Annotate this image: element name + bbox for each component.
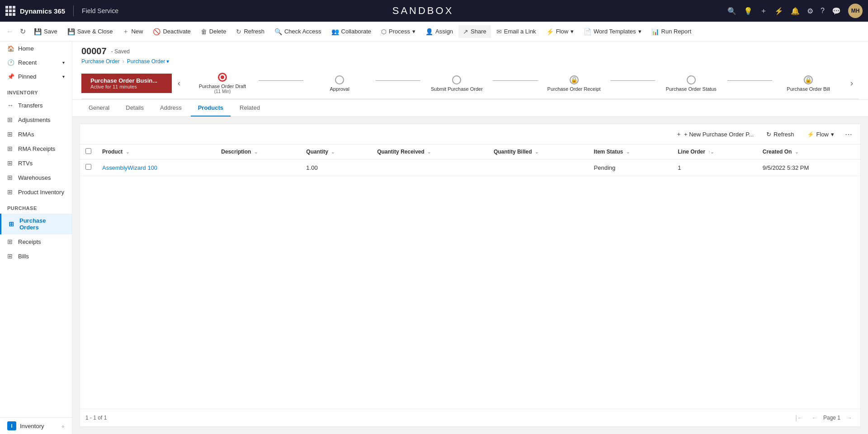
stage-submit[interactable]: Submit Purchase Order xyxy=(420,68,493,98)
product-cell: AssemblyWizard 100 xyxy=(97,159,216,176)
active-stage-box[interactable]: Purchase Order Busin... Active for 11 mi… xyxy=(81,74,172,93)
grid-flow-button[interactable]: ⚡ Flow ▾ xyxy=(802,129,839,140)
email-link-button[interactable]: ✉ Email a Link xyxy=(492,25,541,38)
app-grid-menu[interactable] xyxy=(5,6,15,16)
stage-draft[interactable]: Purchase Order Draft (11 Min) xyxy=(186,68,259,98)
sidebar-item-recent[interactable]: 🕐 Recent ▾ xyxy=(0,56,72,70)
deactivate-button[interactable]: 🚫 Deactivate xyxy=(148,25,195,38)
line-order-cell: 1 xyxy=(672,159,757,176)
stage-label-submit: Submit Purchase Order xyxy=(431,86,483,92)
breadcrumb-link-1[interactable]: Purchase Order xyxy=(81,58,120,65)
tab-general[interactable]: General xyxy=(81,100,117,117)
plus-icon[interactable]: ＋ xyxy=(760,6,767,16)
sidebar-item-rtvs[interactable]: ⊞ RTVs xyxy=(0,156,72,170)
recent-chevron: ▾ xyxy=(62,60,65,65)
sidebar-item-warehouses[interactable]: ⊞ Warehouses xyxy=(0,170,72,185)
sidebar-item-rma-receipts[interactable]: ⊞ RMA Receipts xyxy=(0,141,72,156)
new-grid-icon: ＋ xyxy=(676,130,682,138)
breadcrumb-chevron: ▾ xyxy=(166,58,169,65)
search-icon[interactable]: 🔍 xyxy=(727,7,736,15)
sidebar-item-pinned[interactable]: 📌 Pinned ▾ xyxy=(0,70,72,84)
flow-icon: ⚡ xyxy=(546,28,554,35)
save-button[interactable]: 💾 Save xyxy=(29,25,62,38)
stage-approval[interactable]: Approval xyxy=(303,68,376,98)
product-sort-icon: ⌄ xyxy=(126,149,129,154)
grid-icon xyxy=(5,6,15,16)
product-column-header[interactable]: Product ⌄ xyxy=(97,145,216,159)
sidebar-item-purchase-orders[interactable]: ⊞ Purchase Orders xyxy=(0,214,72,234)
quantity-received-column-header[interactable]: Quantity Received ⌄ xyxy=(372,145,488,159)
quantity-column-header[interactable]: Quantity ⌄ xyxy=(301,145,372,159)
save-close-button[interactable]: 💾 Save & Close xyxy=(63,25,118,38)
delete-button[interactable]: 🗑 Delete xyxy=(196,25,231,38)
chat-icon[interactable]: 💬 xyxy=(832,7,841,15)
line-order-column-header[interactable]: Line Order ↑⌄ xyxy=(672,145,757,159)
next-page-button[interactable]: → xyxy=(843,413,855,423)
grid-footer: 1 - 1 of 1 |← ← Page 1 → xyxy=(80,409,860,426)
word-icon: 📄 xyxy=(584,28,591,35)
select-all-checkbox[interactable] xyxy=(85,148,91,154)
stage-receipt[interactable]: 🔒 Purchase Order Receipt xyxy=(538,68,610,98)
sidebar-item-bills[interactable]: ⊞ Bills xyxy=(0,249,72,263)
quantity-billed-column-header[interactable]: Quantity Billed ⌄ xyxy=(488,145,589,159)
assign-button[interactable]: 👤 Assign xyxy=(421,25,458,38)
new-purchase-order-product-button[interactable]: ＋ + New Purchase Order P... xyxy=(671,128,758,140)
tab-related[interactable]: Related xyxy=(232,100,267,117)
lightbulb-icon[interactable]: 💡 xyxy=(744,7,753,15)
share-button[interactable]: ↗ Share xyxy=(458,25,491,38)
check-access-button[interactable]: 🔍 Check Access xyxy=(270,25,326,38)
prev-page-button[interactable]: ← xyxy=(809,413,821,423)
sidebar-item-product-inventory[interactable]: ⊞ Product Inventory xyxy=(0,185,72,199)
table-row: AssemblyWizard 100 1.00 xyxy=(80,159,860,176)
sidebar-bottom-badge: I xyxy=(7,421,16,430)
warehouses-icon: ⊞ xyxy=(7,174,14,181)
flow-button[interactable]: ⚡ Flow ▾ xyxy=(542,25,578,38)
product-link[interactable]: AssemblyWizard 100 xyxy=(102,164,157,171)
row-checkbox[interactable] xyxy=(85,164,91,170)
sidebar-item-home[interactable]: 🏠 Home xyxy=(0,42,72,56)
forward-button[interactable]: ↻ xyxy=(17,24,28,38)
row-checkbox-cell[interactable] xyxy=(80,159,97,176)
user-avatar[interactable]: MH xyxy=(848,4,863,18)
process-next-arrow[interactable]: › xyxy=(844,79,859,88)
back-button[interactable]: ← xyxy=(4,24,16,38)
main-layout: 🏠 Home 🕐 Recent ▾ 📌 Pinned ▾ Inventory ↔… xyxy=(0,42,868,434)
settings-icon[interactable]: ⚙ xyxy=(807,7,813,15)
run-report-button[interactable]: 📊 Run Report xyxy=(647,25,696,38)
tab-details[interactable]: Details xyxy=(118,100,151,117)
process-prev-arrow[interactable]: ‹ xyxy=(172,79,186,88)
created-on-column-header[interactable]: Created On ⌄ xyxy=(757,145,860,159)
description-column-header[interactable]: Description ⌄ xyxy=(216,145,301,159)
sidebar-bottom-inventory[interactable]: I Inventory ⬦ xyxy=(0,417,72,434)
breadcrumb-link-2[interactable]: Purchase Order ▾ xyxy=(127,58,170,65)
tab-products[interactable]: Products xyxy=(191,100,231,117)
first-page-button[interactable]: |← xyxy=(793,413,806,423)
line-order-sort-icon: ↑⌄ xyxy=(708,149,714,154)
sidebar-item-adjustments[interactable]: ⊞ Adjustments xyxy=(0,112,72,127)
refresh-button[interactable]: ↻ Refresh xyxy=(231,25,269,38)
stage-sublabel-draft: (11 Min) xyxy=(214,89,231,94)
nav-arrows: ← ↻ xyxy=(4,24,28,38)
word-templates-button[interactable]: 📄 Word Templates ▾ xyxy=(579,25,646,38)
sidebar-item-receipts[interactable]: ⊞ Receipts xyxy=(0,234,72,249)
bell-icon[interactable]: 🔔 xyxy=(791,7,800,15)
home-icon: 🏠 xyxy=(7,45,14,52)
item-status-column-header[interactable]: Item Status ⌄ xyxy=(589,145,673,159)
sidebar-item-rmas[interactable]: ⊞ RMAs xyxy=(0,127,72,141)
process-button[interactable]: ⬡ Process ▾ xyxy=(377,25,420,38)
grid-refresh-button[interactable]: ↻ Refresh xyxy=(762,129,799,140)
filter-icon[interactable]: ⚡ xyxy=(774,7,783,15)
quantity-sort-icon: ⌄ xyxy=(331,149,335,154)
help-icon[interactable]: ? xyxy=(821,7,825,15)
sidebar-item-transfers[interactable]: ↔ Transfers xyxy=(0,98,72,112)
stage-status[interactable]: Purchase Order Status xyxy=(655,68,727,98)
content-area: 00007 - Saved Purchase Order › Purchase … xyxy=(72,42,868,434)
stage-label-status: Purchase Order Status xyxy=(666,86,717,92)
grid-more-button[interactable]: ⋯ xyxy=(842,128,855,140)
collaborate-button[interactable]: 👥 Collaborate xyxy=(327,25,376,38)
stage-label-draft: Purchase Order Draft xyxy=(199,84,246,89)
select-all-header[interactable] xyxy=(80,145,97,159)
stage-bill[interactable]: 🔒 Purchase Order Bill xyxy=(772,68,844,98)
tab-address[interactable]: Address xyxy=(153,100,189,117)
new-button[interactable]: ＋ New xyxy=(118,25,147,38)
